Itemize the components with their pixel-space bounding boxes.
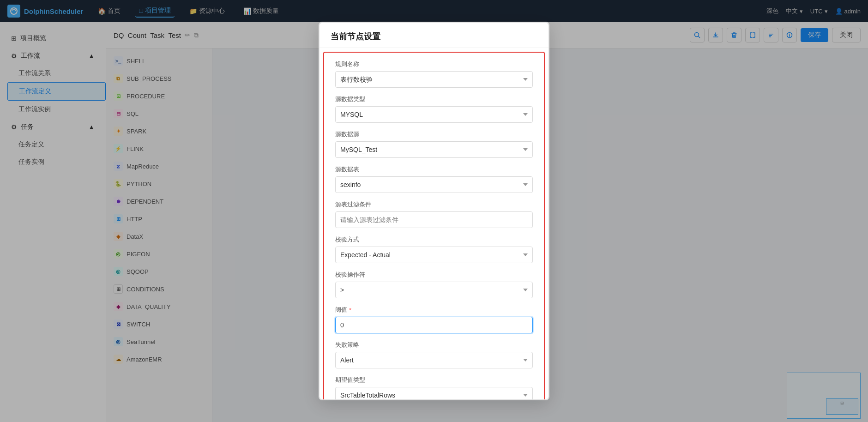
validation-operator-select[interactable]: >: [335, 282, 533, 298]
threshold-group: 阈值 *: [335, 306, 533, 333]
validation-method-select[interactable]: Expected - Actual: [335, 247, 533, 263]
rule-name-label: 规则名称: [335, 60, 533, 68]
threshold-input[interactable]: [335, 317, 533, 333]
source-filter-group: 源表过滤条件: [335, 200, 533, 228]
rule-name-group: 规则名称 表行数校验: [335, 60, 533, 88]
source-datasource-group: 源数据源 MySQL_Test: [335, 130, 533, 158]
source-datasource-select[interactable]: MySQL_Test: [335, 141, 533, 158]
source-filter-input[interactable]: [335, 211, 533, 228]
failure-strategy-label: 失败策略: [335, 341, 533, 349]
source-filter-label: 源表过滤条件: [335, 200, 533, 209]
modal-overlay: 当前节点设置 规则名称 表行数校验 源数据类型 MYSQL 源数据源 My: [0, 0, 868, 422]
validation-operator-group: 校验操作符 >: [335, 271, 533, 298]
validation-method-group: 校验方式 Expected - Actual: [335, 235, 533, 263]
threshold-label: 阈值 *: [335, 306, 533, 314]
validation-operator-label: 校验操作符: [335, 271, 533, 279]
source-table-group: 源数据表 sexinfo: [335, 165, 533, 193]
source-datasource-label: 源数据源: [335, 130, 533, 139]
failure-strategy-group: 失败策略 Alert: [335, 341, 533, 368]
node-settings-dialog: 当前节点设置 规则名称 表行数校验 源数据类型 MYSQL 源数据源 My: [319, 22, 549, 400]
expected-value-type-group: 期望值类型 SrcTableTotalRows: [335, 376, 533, 400]
source-data-type-group: 源数据类型 MYSQL: [335, 95, 533, 123]
source-data-type-select[interactable]: MYSQL: [335, 106, 533, 123]
expected-value-type-label: 期望值类型: [335, 376, 533, 384]
dialog-form: 规则名称 表行数校验 源数据类型 MYSQL 源数据源 MySQL_Test: [323, 52, 545, 400]
threshold-required: *: [349, 307, 351, 313]
source-data-type-label: 源数据类型: [335, 95, 533, 103]
dialog-title: 当前节点设置: [319, 23, 549, 48]
source-table-label: 源数据表: [335, 165, 533, 174]
source-table-select[interactable]: sexinfo: [335, 176, 533, 193]
validation-method-label: 校验方式: [335, 235, 533, 244]
rule-name-select[interactable]: 表行数校验: [335, 71, 533, 88]
expected-value-type-select[interactable]: SrcTableTotalRows: [335, 387, 533, 400]
failure-strategy-select[interactable]: Alert: [335, 352, 533, 368]
